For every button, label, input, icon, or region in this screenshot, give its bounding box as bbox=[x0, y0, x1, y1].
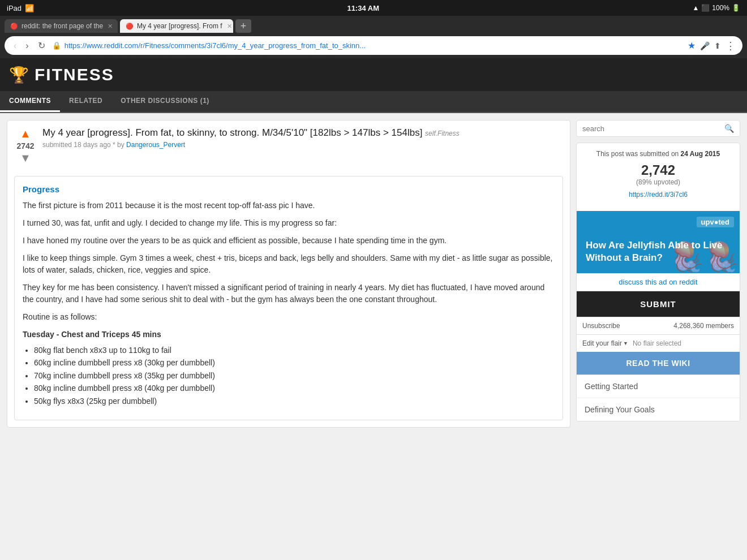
post-meta: My 4 year [progress]. From fat, to skinn… bbox=[42, 127, 563, 149]
wiki-link-getting-started[interactable]: Getting Started bbox=[577, 375, 740, 398]
post-author-link[interactable]: Dangerous_Pervert bbox=[126, 141, 185, 149]
address-bar: ‹ › ↻ 🔒 https://www.reddit.com/r/Fitness… bbox=[5, 36, 742, 55]
browser-chrome: 🔴 reddit: the front page of the ✕ 🔴 My 4… bbox=[0, 16, 747, 58]
reload-button[interactable]: ↻ bbox=[36, 39, 48, 52]
sidebar-vote-count: 2,742 bbox=[583, 162, 733, 178]
workout-day: Tuesday - Chest and Triceps 45 mins bbox=[23, 329, 555, 341]
tab-comments[interactable]: COMMENTS bbox=[0, 91, 60, 112]
wiki-links: Getting Started Defining Your Goals bbox=[577, 374, 740, 421]
device-name: iPad bbox=[7, 4, 22, 12]
workout-list: 80kg flat bench x8x3 up to 110kg to fail… bbox=[34, 344, 555, 407]
ad-text: How Are Jellyfish Able to Live Without a… bbox=[586, 239, 731, 264]
downvote-button[interactable]: ▼ bbox=[20, 152, 31, 165]
submitted-text: This post was submitted on 24 Aug 2015 bbox=[583, 150, 733, 158]
sidebar-meta: Unsubscribe 4,268,360 members bbox=[577, 317, 740, 334]
main-layout: ▲ 2742 ▼ My 4 year [progress]. From fat,… bbox=[0, 113, 747, 434]
sidebar: 🔍 This post was submitted on 24 Aug 2015… bbox=[576, 120, 740, 427]
ad-banner[interactable]: upv●ted How Are Jellyfish Able to Live W… bbox=[577, 211, 740, 273]
flair-label[interactable]: Edit your flair ▼ bbox=[582, 339, 628, 347]
sidebar-info: This post was submitted on 24 Aug 2015 2… bbox=[577, 143, 740, 211]
flair-value: No flair selected bbox=[633, 339, 681, 347]
post-title: My 4 year [progress]. From fat, to skinn… bbox=[42, 127, 563, 139]
share-icon[interactable]: ⬆ bbox=[714, 41, 721, 50]
content-heading: Progress bbox=[23, 184, 555, 194]
read-wiki-button[interactable]: READ THE WIKI bbox=[577, 352, 740, 374]
tab-favicon-2: 🔴 bbox=[126, 23, 134, 30]
post-area: ▲ 2742 ▼ My 4 year [progress]. From fat,… bbox=[7, 120, 570, 428]
tab-bar: 🔴 reddit: the front page of the ✕ 🔴 My 4… bbox=[5, 19, 742, 33]
url-text[interactable]: https://www.reddit.com/r/Fitness/comment… bbox=[65, 41, 683, 50]
submitted-date: 24 Aug 2015 bbox=[681, 150, 720, 158]
upvote-button[interactable]: ▲ bbox=[20, 127, 31, 140]
list-item: 70kg incline dumbbell press x8 (35kg per… bbox=[34, 369, 555, 382]
wiki-link-defining-goals[interactable]: Defining Your Goals bbox=[577, 398, 740, 421]
bookmark-icon[interactable]: ★ bbox=[688, 40, 696, 51]
paragraph-5: They key for me has been consistency. I … bbox=[23, 282, 555, 305]
post-content: Progress The first picture is from 2011 … bbox=[14, 176, 563, 420]
subreddit-header: 🏆 FITNESS bbox=[0, 58, 747, 91]
search-box: 🔍 bbox=[576, 120, 740, 137]
tab-title-2: My 4 year [progress]. From f bbox=[137, 22, 222, 30]
tab-reddit-front[interactable]: 🔴 reddit: the front page of the ✕ bbox=[5, 19, 118, 33]
tab-related[interactable]: RELATED bbox=[60, 91, 111, 112]
tab-close-2[interactable]: ✕ bbox=[227, 23, 232, 30]
paragraph-2: I turned 30, was fat, unfit and ugly. I … bbox=[23, 217, 555, 229]
sidebar-post-card: This post was submitted on 24 Aug 2015 2… bbox=[576, 143, 740, 421]
flair-section: Edit your flair ▼ No flair selected bbox=[577, 334, 740, 352]
new-tab-button[interactable]: + bbox=[235, 19, 251, 33]
paragraph-6: Routine is as follows: bbox=[23, 311, 555, 323]
forward-button[interactable]: › bbox=[23, 40, 31, 52]
subreddit-icon: 🏆 bbox=[9, 66, 29, 84]
wifi-icon: 📶 bbox=[25, 4, 34, 12]
list-item: 80kg flat bench x8x3 up to 110kg to fail bbox=[34, 344, 555, 356]
search-input[interactable] bbox=[582, 124, 721, 133]
status-right: ▲ ⬛ 100% 🔋 bbox=[692, 4, 740, 12]
list-item: 50kg flys x8x3 (25kg per dumbbell) bbox=[34, 395, 555, 407]
tab-title-1: reddit: the front page of the bbox=[22, 22, 103, 30]
post-flair: self.Fitness bbox=[425, 130, 460, 137]
paragraph-1: The first picture is from 2011 because i… bbox=[23, 200, 555, 212]
back-button[interactable]: ‹ bbox=[11, 40, 19, 52]
ad-logo: upv●ted bbox=[697, 217, 734, 227]
discuss-ad-link[interactable]: discuss this ad on reddit bbox=[577, 273, 740, 291]
unsubscribe-button[interactable]: Unsubscribe bbox=[582, 322, 620, 330]
flair-chevron-icon: ▼ bbox=[623, 341, 628, 346]
vote-section: ▲ 2742 ▼ bbox=[14, 127, 37, 165]
url-section: 🔒 https://www.reddit.com/r/Fitness/comme… bbox=[52, 41, 683, 50]
post-header: ▲ 2742 ▼ My 4 year [progress]. From fat,… bbox=[7, 120, 570, 171]
vote-count: 2742 bbox=[16, 141, 34, 150]
shortlink[interactable]: https://redd.it/3i7cl6 bbox=[583, 191, 733, 199]
new-tab-icon: + bbox=[241, 20, 247, 32]
status-time: 11:34 AM bbox=[347, 4, 379, 12]
subreddit-name: FITNESS bbox=[35, 65, 114, 84]
status-left: iPad 📶 bbox=[7, 4, 34, 12]
paragraph-4: I like to keep things simple. Gym 3 time… bbox=[23, 252, 555, 276]
bluetooth-icon: ⬛ bbox=[701, 4, 710, 12]
secure-icon: 🔒 bbox=[52, 41, 61, 50]
microphone-icon[interactable]: 🎤 bbox=[700, 41, 710, 50]
paragraph-3: I have honed my routine over the years t… bbox=[23, 235, 555, 247]
battery-percent: 100% bbox=[712, 4, 729, 12]
more-options-icon[interactable]: ⋮ bbox=[725, 40, 736, 52]
tab-close-1[interactable]: ✕ bbox=[108, 23, 113, 30]
location-icon: ▲ bbox=[692, 4, 699, 12]
status-bar: iPad 📶 11:34 AM ▲ ⬛ 100% 🔋 bbox=[0, 0, 747, 16]
tab-other-discussions[interactable]: OTHER DISCUSSIONS (1) bbox=[111, 91, 218, 112]
upvoted-percent: (89% upvoted) bbox=[583, 178, 733, 186]
search-icon: 🔍 bbox=[724, 124, 734, 133]
members-count: 4,268,360 members bbox=[673, 322, 734, 330]
submit-button[interactable]: SUBMIT bbox=[577, 291, 740, 317]
post-submitted: submitted 18 days ago * by Dangerous_Per… bbox=[42, 141, 563, 149]
battery-icon: 🔋 bbox=[732, 4, 740, 12]
tab-fitness-post[interactable]: 🔴 My 4 year [progress]. From f ✕ bbox=[120, 19, 233, 33]
list-item: 80kg incline dumbbell press x8 (40kg per… bbox=[34, 382, 555, 394]
nav-tabs: COMMENTS RELATED OTHER DISCUSSIONS (1) bbox=[0, 91, 747, 113]
list-item: 60kg incline dumbbell press x8 (30kg per… bbox=[34, 356, 555, 369]
tab-favicon-1: 🔴 bbox=[10, 23, 18, 30]
